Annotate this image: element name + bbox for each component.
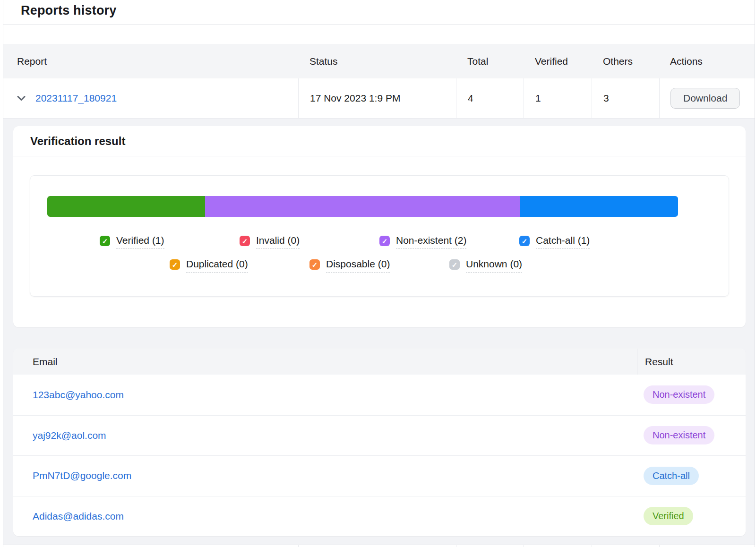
report-verified-cell: 1: [524, 78, 592, 118]
legend-label-catch-all[interactable]: Catch-all (1): [536, 235, 590, 249]
check-icon: ✓: [312, 261, 318, 268]
verification-result-card: Verification result ✓ Verified (1): [13, 126, 746, 327]
next-report-row-partial: [3, 545, 755, 547]
column-header-verified: Verified: [524, 56, 592, 67]
email-row: 123abc@yahoo.com Non-existent: [13, 375, 746, 415]
legend-item-non-existent: ✓ Non-existent (2): [379, 235, 519, 249]
checkbox-non-existent[interactable]: ✓: [379, 236, 390, 246]
check-icon: ✓: [382, 238, 388, 245]
email-link[interactable]: yaj92k@aol.com: [33, 430, 106, 441]
report-link[interactable]: 20231117_180921: [35, 93, 117, 104]
column-header-report: Report: [3, 56, 298, 67]
email-row: yaj92k@aol.com Non-existent: [13, 415, 746, 456]
checkbox-disposable[interactable]: ✓: [309, 259, 320, 270]
checkbox-invalid[interactable]: ✓: [240, 236, 250, 246]
email-row: PmN7tD@google.com Catch-all: [13, 455, 746, 496]
column-header-total: Total: [456, 56, 524, 67]
column-header-others: Others: [592, 56, 659, 67]
verification-chart-box: ✓ Verified (1) ✓ Invalid (0) ✓ Non-exist…: [30, 175, 729, 297]
chevron-down-icon[interactable]: [17, 95, 26, 101]
legend-label-disposable[interactable]: Disposable (0): [326, 258, 390, 273]
legend-label-invalid[interactable]: Invalid (0): [256, 235, 300, 249]
check-icon: ✓: [522, 238, 528, 245]
result-badge: Non-existent: [644, 426, 714, 444]
bar-segment-non-existent: [205, 196, 521, 217]
legend-item-unknown: ✓ Unknown (0): [449, 258, 589, 273]
result-badge: Catch-all: [644, 467, 699, 485]
email-table-header: Email Result: [13, 349, 746, 375]
page-header: Reports history: [3, 0, 755, 25]
result-badge: Verified: [644, 507, 693, 525]
email-row: Adidas@adidas.com Verified: [13, 496, 746, 537]
legend-item-duplicated: ✓ Duplicated (0): [170, 258, 309, 273]
report-status-cell: 17 Nov 2023 1:9 PM: [298, 78, 456, 118]
legend-item-disposable: ✓ Disposable (0): [309, 258, 449, 273]
legend-item-invalid: ✓ Invalid (0): [240, 235, 379, 249]
legend-label-verified[interactable]: Verified (1): [116, 235, 164, 249]
legend-label-duplicated[interactable]: Duplicated (0): [186, 258, 248, 273]
reports-history-page: Reports history Report Status Total Veri…: [3, 0, 755, 547]
download-button[interactable]: Download: [670, 88, 740, 109]
header-gap: [3, 25, 755, 44]
legend-row-2: ✓ Duplicated (0) ✓ Disposable (0) ✓ Unkn…: [47, 258, 712, 273]
email-results-panel: Email Result 123abc@yahoo.com Non-existe…: [13, 349, 746, 536]
verification-card-header: Verification result: [13, 126, 746, 156]
report-total-cell: 4: [456, 78, 524, 118]
bar-segment-verified: [47, 196, 205, 217]
column-header-status: Status: [298, 56, 456, 67]
expanded-report-section: Verification result ✓ Verified (1): [3, 118, 755, 545]
verification-card-body: ✓ Verified (1) ✓ Invalid (0) ✓ Non-exist…: [13, 156, 746, 327]
verification-card-title: Verification result: [30, 135, 125, 148]
verification-legend: ✓ Verified (1) ✓ Invalid (0) ✓ Non-exist…: [47, 235, 712, 273]
check-icon: ✓: [102, 238, 108, 245]
column-header-email: Email: [13, 356, 637, 368]
email-link[interactable]: Adidas@adidas.com: [33, 511, 124, 521]
report-others-cell: 3: [592, 78, 659, 118]
column-header-actions: Actions: [659, 56, 755, 67]
checkbox-duplicated[interactable]: ✓: [170, 259, 180, 270]
page-title: Reports history: [21, 3, 755, 18]
legend-label-unknown[interactable]: Unknown (0): [466, 258, 522, 273]
result-badge: Non-existent: [644, 385, 714, 404]
legend-row-1: ✓ Verified (1) ✓ Invalid (0) ✓ Non-exist…: [47, 235, 712, 249]
checkbox-unknown[interactable]: ✓: [449, 259, 460, 270]
report-row: 20231117_180921 17 Nov 2023 1:9 PM 4 1 3…: [3, 78, 755, 118]
checkbox-catch-all[interactable]: ✓: [519, 236, 530, 246]
check-icon: ✓: [452, 261, 458, 268]
legend-item-catch-all: ✓ Catch-all (1): [519, 235, 659, 249]
legend-label-non-existent[interactable]: Non-existent (2): [396, 235, 466, 249]
checkbox-verified[interactable]: ✓: [100, 236, 110, 246]
email-link[interactable]: PmN7tD@google.com: [33, 470, 131, 481]
reports-table-header: Report Status Total Verified Others Acti…: [3, 44, 755, 78]
check-icon: ✓: [172, 261, 178, 268]
check-icon: ✓: [242, 238, 248, 245]
column-header-result: Result: [637, 349, 746, 375]
email-link[interactable]: 123abc@yahoo.com: [33, 389, 124, 400]
verification-stacked-bar: [47, 196, 678, 217]
legend-item-verified: ✓ Verified (1): [100, 235, 240, 249]
bar-segment-catch-all: [520, 196, 678, 217]
